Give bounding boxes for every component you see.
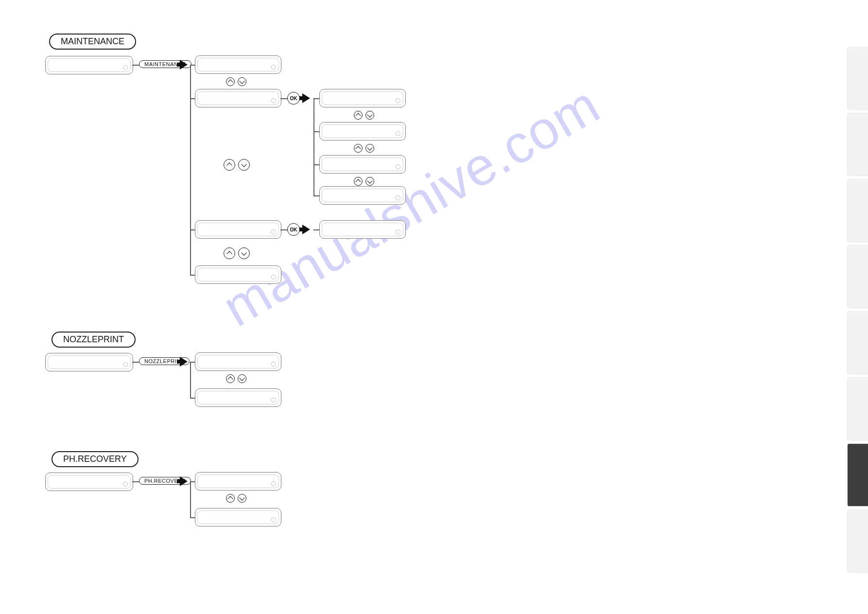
heading-maintenance: MAINTENANCE — [49, 34, 136, 50]
lcd-box — [195, 55, 281, 74]
arrow-icon — [302, 225, 310, 234]
lcd-box — [319, 89, 406, 107]
side-tab[interactable] — [847, 509, 868, 573]
updown-icon[interactable] — [226, 494, 246, 503]
updown-icon[interactable] — [224, 247, 250, 259]
side-tab[interactable] — [847, 113, 868, 176]
lcd-box — [195, 89, 281, 107]
ok-button[interactable]: OK — [287, 92, 300, 105]
lcd-box — [319, 186, 406, 205]
updown-icon[interactable] — [354, 111, 374, 120]
side-tab[interactable] — [847, 245, 868, 308]
lcd-box — [195, 265, 281, 284]
lcd-box — [195, 220, 281, 239]
side-tab[interactable] — [847, 377, 868, 440]
side-tab[interactable] — [847, 311, 868, 374]
arrow-icon — [302, 93, 310, 103]
updown-icon[interactable] — [226, 374, 246, 383]
lcd-box — [319, 155, 406, 174]
lcd-box — [45, 56, 133, 74]
updown-icon[interactable] — [226, 77, 246, 86]
watermark: manualshive.com — [212, 73, 610, 338]
lcd-box — [319, 122, 406, 140]
lcd-box — [195, 508, 281, 526]
lcd-box — [195, 352, 281, 371]
lcd-box — [319, 220, 406, 239]
heading-phrecovery: PH.RECOVERY — [52, 451, 139, 467]
side-tab[interactable] — [847, 47, 868, 110]
lcd-box — [195, 472, 281, 491]
ok-button[interactable]: OK — [287, 223, 300, 236]
updown-icon[interactable] — [224, 159, 250, 171]
arrow-icon — [180, 60, 188, 70]
heading-nozzleprint: NOZZLEPRINT — [52, 332, 136, 348]
lcd-box — [195, 388, 281, 407]
side-tabs — [847, 47, 868, 573]
arrow-icon — [180, 357, 188, 367]
lcd-box — [45, 353, 133, 371]
side-tab-active[interactable] — [847, 443, 868, 507]
lcd-box — [45, 473, 133, 491]
arrow-icon — [180, 476, 188, 486]
side-tab[interactable] — [847, 179, 868, 242]
updown-icon[interactable] — [354, 144, 374, 153]
updown-icon[interactable] — [354, 177, 374, 186]
